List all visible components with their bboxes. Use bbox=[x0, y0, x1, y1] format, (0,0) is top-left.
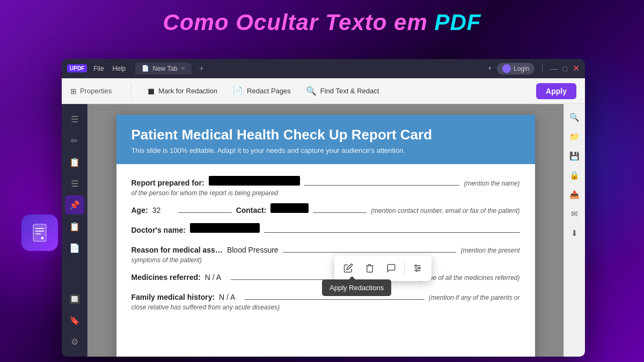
ctx-comment-btn[interactable] bbox=[382, 258, 401, 278]
pdf-header: Patient Medical Health Check Up Report C… bbox=[116, 115, 535, 164]
field-hint-contact: (mention contact number, email or fax of… bbox=[371, 207, 519, 215]
login-label: Login bbox=[514, 65, 529, 72]
app-window: UPDF File Help 📄 New Tab ✕ + ▾ Login | —… bbox=[62, 59, 585, 357]
toolbar: ⊞ Properties ◼ Mark for Redaction 📄 Reda… bbox=[62, 78, 585, 104]
sidebar-icon-menu[interactable]: ☰ bbox=[65, 109, 84, 129]
redacted-contact bbox=[270, 203, 309, 213]
svg-point-5 bbox=[416, 270, 418, 271]
field-label-medicines: Medicines referred: bbox=[131, 273, 201, 282]
sidebar-icon-edit[interactable]: ✏ bbox=[65, 131, 84, 150]
field-label-doctor: Doctor's name: bbox=[131, 226, 186, 234]
field-label-contact: Contact: bbox=[236, 206, 267, 215]
right-icon-folder[interactable]: 📁 bbox=[567, 129, 583, 145]
redact-pages-button[interactable]: 📄 Redact Pages bbox=[225, 83, 298, 99]
main-content: Patient Medical Health Check Up Report C… bbox=[87, 104, 564, 357]
find-text-label: Find Text & Redact bbox=[320, 87, 379, 95]
field-hint-medicines: (name of all the medicines referred) bbox=[418, 274, 519, 282]
win-separator: | bbox=[541, 64, 543, 73]
page-title: Como Ocultar Texto em PDF bbox=[0, 0, 644, 43]
field-subtext-report-for: of the person for whom the report is bei… bbox=[131, 189, 520, 197]
field-label-report-for: Report prepared for: bbox=[131, 179, 204, 187]
right-sidebar: 🔍 📁 💾 🔒 📤 ✉ ⬇ bbox=[564, 104, 585, 357]
tab-close-btn[interactable]: ✕ bbox=[181, 65, 185, 71]
field-subtext-family: close relative has suffered from any acu… bbox=[131, 304, 520, 311]
field-label-family: Family medical history: bbox=[131, 293, 215, 301]
field-line-contact bbox=[313, 202, 367, 213]
apply-redactions-tooltip: Apply Redactions bbox=[322, 279, 391, 296]
find-text-redact-button[interactable]: 🔍 Find Text & Redact bbox=[298, 83, 387, 99]
sidebar-icon-pages[interactable]: 📋 bbox=[65, 152, 84, 172]
pdf-body: Report prepared for: (mention the name) … bbox=[116, 164, 535, 327]
ctx-delete-btn[interactable] bbox=[360, 258, 379, 278]
titlebar: UPDF File Help 📄 New Tab ✕ + ▾ Login | —… bbox=[62, 59, 585, 78]
field-value-age: 32 bbox=[152, 206, 174, 215]
floating-app-icon[interactable] bbox=[21, 215, 58, 251]
titlebar-tab[interactable]: 📄 New Tab ✕ bbox=[135, 63, 191, 75]
field-line-report-for bbox=[304, 175, 460, 186]
ctx-edit-btn[interactable] bbox=[339, 258, 358, 278]
menu-help[interactable]: Help bbox=[113, 65, 126, 72]
svg-point-3 bbox=[415, 265, 417, 267]
field-line-doctor bbox=[264, 222, 520, 233]
menu-file[interactable]: File bbox=[93, 65, 104, 72]
field-value-reason: Blood Pressure bbox=[227, 246, 279, 254]
sidebar-icon-list[interactable]: ☰ bbox=[65, 174, 84, 193]
pdf-doc-subtitle: This slide is 100% editable. Adapt it to… bbox=[131, 146, 520, 154]
sidebar-icon-bookmark[interactable]: 🔖 bbox=[65, 311, 84, 330]
right-icon-lock[interactable]: 🔒 bbox=[567, 167, 583, 183]
sidebar-icon-settings[interactable]: ⚙ bbox=[65, 332, 84, 351]
field-hint-reason: (mention the present bbox=[460, 247, 519, 254]
pdf-doc-title: Patient Medical Health Check Up Report C… bbox=[131, 127, 520, 143]
apply-button[interactable]: Apply bbox=[536, 83, 576, 99]
right-icon-share[interactable]: 📤 bbox=[567, 187, 583, 203]
redacted-name bbox=[209, 176, 300, 186]
sidebar-icon-layers[interactable]: 🔲 bbox=[65, 289, 84, 308]
right-icon-email[interactable]: ✉ bbox=[567, 206, 583, 222]
field-row-doctor: Doctor's name: bbox=[131, 222, 520, 234]
user-avatar bbox=[502, 64, 511, 73]
dropdown-arrow-icon[interactable]: ▾ bbox=[488, 65, 492, 72]
toolbar-divider-1 bbox=[131, 84, 131, 99]
field-line-reason bbox=[283, 242, 457, 253]
sidebar-icon-docs[interactable]: 📋 bbox=[65, 217, 84, 236]
field-line-age bbox=[178, 202, 232, 213]
properties-label: Properties bbox=[80, 87, 112, 95]
login-button[interactable]: Login bbox=[497, 63, 535, 75]
field-row-report-for: Report prepared for: (mention the name) bbox=[131, 175, 520, 187]
right-icon-download[interactable]: ⬇ bbox=[567, 225, 583, 241]
properties-icon: ⊞ bbox=[70, 87, 77, 95]
app-icon-svg bbox=[29, 222, 50, 243]
close-button[interactable]: ✕ bbox=[573, 63, 580, 73]
mark-redaction-icon: ◼ bbox=[148, 86, 155, 96]
tab-label: New Tab bbox=[152, 65, 177, 72]
field-label-age: Age: bbox=[131, 206, 148, 215]
updf-logo: UPDF bbox=[67, 64, 87, 72]
tab-icon: 📄 bbox=[142, 65, 149, 72]
mark-redaction-button[interactable]: ◼ Mark for Redaction bbox=[140, 83, 225, 99]
redact-pages-label: Redact Pages bbox=[247, 87, 291, 95]
titlebar-right: ▾ Login | — □ ✕ bbox=[488, 63, 580, 75]
mark-redaction-label: Mark for Redaction bbox=[158, 87, 217, 95]
maximize-button[interactable]: □ bbox=[563, 64, 567, 73]
field-row-age-contact: Age: 32 Contact: (mention contact number… bbox=[131, 202, 520, 215]
sidebar-icon-redact[interactable]: 📌 bbox=[65, 195, 84, 215]
tab-add-btn[interactable]: + bbox=[199, 64, 204, 73]
properties-section[interactable]: ⊞ Properties bbox=[70, 87, 112, 95]
svg-point-4 bbox=[419, 268, 420, 269]
pdf-page: Patient Medical Health Check Up Report C… bbox=[116, 115, 535, 357]
field-label-reason: Reason for medical ass… bbox=[131, 246, 223, 254]
field-hint-report-for: (mention the name) bbox=[464, 180, 519, 187]
field-value-medicines: N / A bbox=[205, 273, 226, 282]
right-icon-search[interactable]: 🔍 bbox=[567, 109, 583, 125]
sidebar-icon-file[interactable]: 📄 bbox=[65, 238, 84, 257]
minimize-button[interactable]: — bbox=[550, 64, 558, 73]
ctx-settings-btn[interactable] bbox=[408, 258, 427, 278]
ctx-divider bbox=[404, 262, 405, 275]
titlebar-menu: File Help bbox=[93, 65, 126, 72]
field-value-family: N / A bbox=[219, 293, 240, 301]
title-cyan: PDF bbox=[434, 10, 481, 35]
redacted-doctor bbox=[190, 223, 260, 233]
right-icon-save[interactable]: 💾 bbox=[567, 148, 583, 164]
apply-tooltip-label: Apply Redactions bbox=[330, 284, 384, 292]
field-hint-family: (mention if any of the parents or bbox=[429, 294, 519, 301]
